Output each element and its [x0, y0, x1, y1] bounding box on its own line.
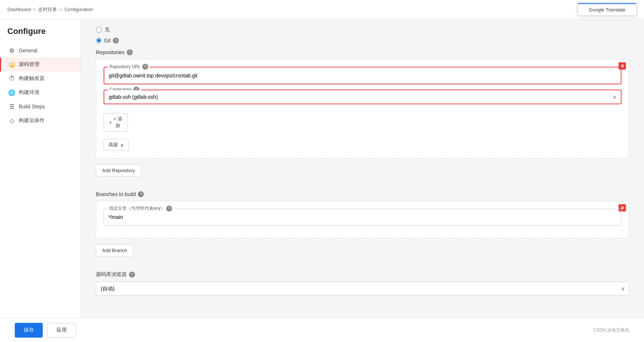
source-icon: 🔱	[8, 61, 15, 68]
breadcrumb: Dashboard > 走时任务 > Configuration	[7, 6, 93, 13]
google-translate-label: Google Translate	[589, 7, 625, 13]
repo-url-help-icon[interactable]: ?	[142, 64, 148, 70]
advanced-button[interactable]: 高级 ∨	[104, 139, 129, 151]
repo-url-input[interactable]	[109, 71, 267, 80]
sidebar-title: Configure	[0, 27, 81, 43]
radio-none[interactable]	[96, 27, 102, 33]
breadcrumb-config: Configuration	[65, 7, 93, 12]
repo-url-field-group: Repository URL ?	[104, 67, 622, 84]
sidebar-item-env[interactable]: 🌐 构建环境	[0, 86, 81, 100]
env-icon: 🌐	[8, 89, 15, 96]
branch-field-group: 指定分支（为空时代表any） ?	[104, 209, 622, 226]
source-browser-select[interactable]: (自动)	[96, 282, 629, 296]
gear-icon: ⚙	[8, 47, 15, 54]
add-btn-wrapper: + + 添 加	[104, 109, 622, 132]
build-icon: ☰	[8, 103, 15, 110]
add-branch-label: Add Branch	[102, 248, 127, 253]
branch-value-input[interactable]	[108, 213, 617, 221]
post-icon: ◇	[8, 117, 15, 124]
add-repo-btn-wrapper: Add Repository	[96, 164, 629, 184]
source-browser-text: 源码库浏览器	[96, 271, 127, 278]
source-browser-select-wrapper: (自动) ∨	[96, 282, 629, 296]
branch-card: ✕ 指定分支（为空时代表any） ?	[96, 201, 629, 238]
footer-buttons: 保存 应用	[15, 323, 76, 338]
sidebar-item-build[interactable]: ☰ Build Steps	[0, 100, 81, 114]
footer-bar: 保存 应用 CSDN @南宫乘风	[0, 318, 644, 342]
content-area: 无 Git ? Repositories ? ✕	[81, 19, 644, 342]
add-branch-btn-wrapper: Add Branch	[96, 244, 629, 264]
top-bar: Dashboard > 走时任务 > Configuration Google …	[0, 0, 644, 19]
branches-section: Branches to build ? ✕ 指定分支（为空时代表any） ?	[96, 191, 629, 264]
advanced-chevron-icon: ∨	[120, 142, 124, 148]
credentials-select-wrapper: gitlab-ssh (gitlab-ssh) ∨	[104, 90, 621, 104]
source-browser-label: 源码库浏览器 ?	[96, 271, 629, 278]
add-repository-button[interactable]: Add Repository	[96, 164, 141, 177]
git-help-icon[interactable]: ?	[113, 38, 119, 43]
breadcrumb-task[interactable]: 走时任务	[38, 6, 57, 13]
sidebar-item-env-label: 构建环境	[19, 89, 39, 96]
branch-label: 指定分支（为空时代表any） ?	[108, 205, 174, 212]
credentials-chevron-icon: ∨	[613, 94, 616, 100]
advanced-label: 高级	[108, 142, 118, 148]
sidebar-item-build-label: Build Steps	[19, 104, 45, 109]
branches-help-icon[interactable]: ?	[138, 191, 144, 197]
radio-none-group: 无	[96, 27, 629, 33]
repo-url-label: Repository URL ?	[108, 64, 150, 70]
repositories-text: Repositories	[96, 49, 125, 55]
advanced-btn-wrapper: 高级 ∨	[104, 135, 622, 151]
repositories-label: Repositories ?	[96, 49, 629, 55]
credentials-select[interactable]: gitlab-ssh (gitlab-ssh)	[104, 90, 244, 104]
radio-none-label: 无	[105, 27, 110, 33]
sidebar-item-post[interactable]: ◇ 构建后操作	[0, 114, 81, 128]
radio-git[interactable]	[96, 38, 102, 43]
sidebar-item-post-label: 构建后操作	[19, 117, 45, 124]
sidebar-item-source[interactable]: 🔱 源码管理	[0, 57, 81, 71]
git-option-group: Git ?	[96, 38, 629, 43]
radio-git-label: Git	[104, 38, 111, 43]
add-small-button[interactable]: + + 添 加	[104, 113, 128, 132]
save-button[interactable]: 保存	[15, 323, 43, 338]
google-translate-popup: Google Translate	[578, 3, 637, 16]
source-browser-help-icon[interactable]: ?	[129, 272, 135, 278]
breadcrumb-sep-1: >	[33, 7, 36, 12]
repo-card: ✕ Repository URL ?	[96, 59, 629, 158]
branches-text: Branches to build	[96, 191, 136, 197]
branches-label: Branches to build ?	[96, 191, 629, 197]
breadcrumb-sep-2: >	[59, 7, 62, 12]
source-browser-section: 源码库浏览器 ? (自动) ∨	[96, 271, 629, 296]
sidebar: Configure ⚙ General 🔱 源码管理 ⏱ 构建触发器 🌐 构建环…	[0, 19, 81, 342]
sidebar-item-source-label: 源码管理	[19, 61, 39, 68]
repositories-help-icon[interactable]: ?	[127, 49, 133, 55]
add-small-label: + 添 加	[114, 116, 122, 129]
sidebar-item-trigger-label: 构建触发器	[19, 75, 45, 82]
sidebar-item-trigger[interactable]: ⏱ 构建触发器	[0, 71, 81, 86]
add-small-icon: +	[109, 120, 112, 125]
footer-watermark: CSDN @南宫乘风	[593, 327, 629, 334]
branch-help-icon[interactable]: ?	[166, 206, 172, 212]
credentials-field-group: Credentials ? gitlab-ssh (gitlab-ssh) ∨	[104, 90, 622, 104]
sidebar-item-general[interactable]: ⚙ General	[0, 43, 81, 57]
apply-button[interactable]: 应用	[47, 323, 76, 338]
add-repository-label: Add Repository	[102, 168, 135, 173]
breadcrumb-dashboard[interactable]: Dashboard	[7, 7, 31, 12]
sidebar-item-general-label: General	[19, 48, 37, 53]
trigger-icon: ⏱	[8, 75, 15, 82]
add-branch-button[interactable]: Add Branch	[96, 244, 133, 256]
